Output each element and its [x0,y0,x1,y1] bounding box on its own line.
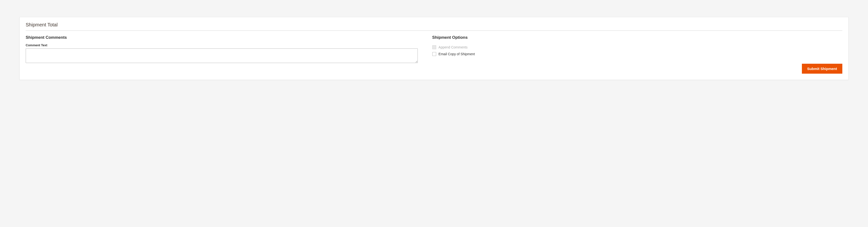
panel-title: Shipment Total [26,22,842,31]
submit-shipment-button[interactable]: Submit Shipment [802,64,842,74]
shipment-comments-section: Shipment Comments Comment Text [26,35,418,74]
email-copy-checkbox[interactable] [432,52,436,56]
actions-bar: Submit Shipment [432,64,842,74]
append-comments-label: Append Comments [439,45,468,49]
append-comments-checkbox [432,45,436,49]
comment-text-label: Comment Text [26,44,418,47]
columns-wrapper: Shipment Comments Comment Text Shipment … [26,35,842,74]
comments-heading: Shipment Comments [26,35,418,40]
comment-text-input[interactable] [26,49,418,63]
options-heading: Shipment Options [432,35,842,40]
email-copy-row[interactable]: Email Copy of Shipment [432,52,842,56]
shipment-options-section: Shipment Options Append Comments Email C… [432,35,842,74]
shipment-total-panel: Shipment Total Shipment Comments Comment… [20,17,848,80]
email-copy-label: Email Copy of Shipment [439,52,475,56]
append-comments-row: Append Comments [432,45,842,49]
